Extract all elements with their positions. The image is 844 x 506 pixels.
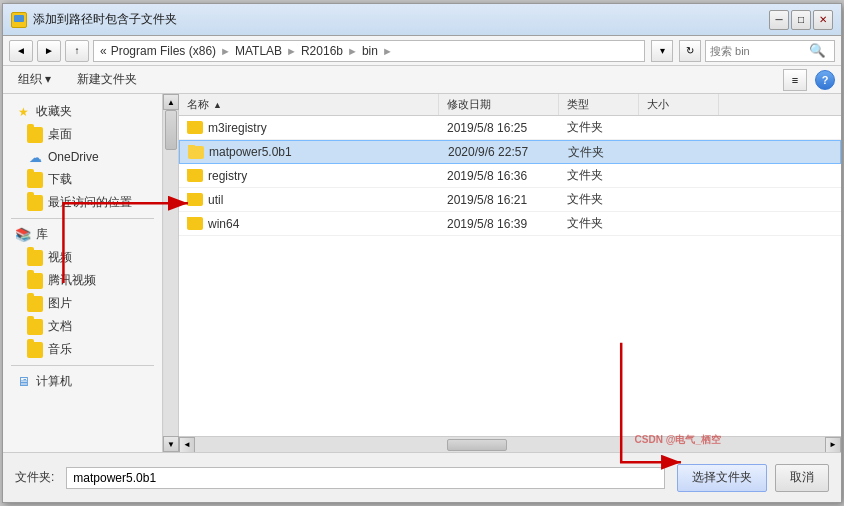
search-box: 🔍	[705, 40, 835, 62]
sidebar-item-downloads[interactable]: 下载	[3, 168, 162, 191]
horizontal-scrollbar[interactable]: ◄ ►	[179, 436, 841, 452]
sidebar-item-tengxun[interactable]: 腾讯视频	[3, 269, 162, 292]
folder-icon	[27, 195, 43, 211]
title-bar: 添加到路径时包含子文件夹 ─ □ ✕	[3, 4, 841, 36]
computer-section: 🖥 计算机	[3, 370, 162, 393]
search-button[interactable]: 🔍	[806, 40, 828, 62]
folder-icon	[187, 169, 203, 182]
sidebar-item-computer[interactable]: 🖥 计算机	[3, 370, 162, 393]
back-button[interactable]: ◄	[9, 40, 33, 62]
folder-icon	[27, 342, 43, 358]
toolbar: 组织 ▾ 新建文件夹 ≡ ?	[3, 66, 841, 94]
watermark: CSDN @电气_栖空	[635, 433, 721, 447]
favorites-section: ★ 收藏夹 桌面 ☁ OneDrive 下载 最近访问的位置	[3, 100, 162, 214]
file-list: m3iregistry 2019/5/8 16:25 文件夹 matpower5…	[179, 116, 841, 436]
main-area: ★ 收藏夹 桌面 ☁ OneDrive 下载 最近访问的位置	[3, 94, 841, 452]
folder-input[interactable]	[66, 467, 665, 489]
sidebar-item-favorites[interactable]: ★ 收藏夹	[3, 100, 162, 123]
sidebar-item-desktop[interactable]: 桌面	[3, 123, 162, 146]
maximize-button[interactable]: □	[791, 10, 811, 30]
minimize-button[interactable]: ─	[769, 10, 789, 30]
select-folder-button[interactable]: 选择文件夹	[677, 464, 767, 492]
sidebar-item-music[interactable]: 音乐	[3, 338, 162, 361]
folder-label: 文件夹:	[15, 469, 54, 486]
up-button[interactable]: ↑	[65, 40, 89, 62]
table-row[interactable]: registry 2019/5/8 16:36 文件夹	[179, 164, 841, 188]
hscroll-track	[195, 437, 825, 453]
window-icon	[11, 12, 27, 28]
scroll-up-button[interactable]: ▲	[163, 94, 179, 110]
folder-icon	[27, 273, 43, 289]
close-button[interactable]: ✕	[813, 10, 833, 30]
refresh-button[interactable]: ↻	[679, 40, 701, 62]
forward-button[interactable]: ►	[37, 40, 61, 62]
new-folder-button[interactable]: 新建文件夹	[68, 69, 146, 91]
scroll-track	[164, 110, 178, 436]
file-list-container: 名称 ▲ 修改日期 类型 大小 m3ire	[179, 94, 841, 452]
col-header-name[interactable]: 名称 ▲	[179, 94, 439, 115]
cloud-icon: ☁	[27, 149, 43, 165]
sidebar-item-documents[interactable]: 文档	[3, 315, 162, 338]
folder-icon	[27, 296, 43, 312]
folder-icon	[187, 217, 203, 230]
hscroll-thumb[interactable]	[447, 439, 507, 451]
hscroll-right-button[interactable]: ►	[825, 437, 841, 453]
table-row[interactable]: util 2019/5/8 16:21 文件夹	[179, 188, 841, 212]
bottom-bar: 文件夹: 选择文件夹 取消	[3, 452, 841, 502]
organize-button[interactable]: 组织 ▾	[9, 69, 60, 91]
sidebar-item-onedrive[interactable]: ☁ OneDrive	[3, 146, 162, 168]
view-button[interactable]: ≡	[783, 69, 807, 91]
folder-icon	[27, 127, 43, 143]
window-title: 添加到路径时包含子文件夹	[33, 11, 177, 28]
sidebar-item-video[interactable]: 视频	[3, 246, 162, 269]
table-row[interactable]: matpower5.0b1 2020/9/6 22:57 文件夹	[179, 140, 841, 164]
library-section: 📚 库 视频 腾讯视频 图片 文档	[3, 223, 162, 361]
folder-icon	[27, 319, 43, 335]
help-button[interactable]: ?	[815, 70, 835, 90]
cancel-button[interactable]: 取消	[775, 464, 829, 492]
col-header-type[interactable]: 类型	[559, 94, 639, 115]
sidebar-scrollbar[interactable]: ▲ ▼	[163, 94, 179, 452]
scroll-down-button[interactable]: ▼	[163, 436, 179, 452]
breadcrumb[interactable]: « Program Files (x86) ► MATLAB ► R2016b …	[93, 40, 645, 62]
col-header-date[interactable]: 修改日期	[439, 94, 559, 115]
folder-icon	[27, 172, 43, 188]
table-row[interactable]: m3iregistry 2019/5/8 16:25 文件夹	[179, 116, 841, 140]
address-bar: ◄ ► ↑ « Program Files (x86) ► MATLAB ► R…	[3, 36, 841, 66]
folder-icon	[187, 121, 203, 134]
folder-icon	[188, 146, 204, 159]
sidebar-item-library[interactable]: 📚 库	[3, 223, 162, 246]
sidebar-item-recent[interactable]: 最近访问的位置	[3, 191, 162, 214]
breadcrumb-dropdown[interactable]: ▾	[651, 40, 673, 62]
file-list-header: 名称 ▲ 修改日期 类型 大小	[179, 94, 841, 116]
folder-icon	[187, 193, 203, 206]
search-input[interactable]	[706, 45, 806, 57]
hscroll-left-button[interactable]: ◄	[179, 437, 195, 453]
sidebar-item-pictures[interactable]: 图片	[3, 292, 162, 315]
sidebar: ★ 收藏夹 桌面 ☁ OneDrive 下载 最近访问的位置	[3, 94, 163, 452]
col-header-size[interactable]: 大小	[639, 94, 719, 115]
scroll-thumb[interactable]	[165, 110, 177, 150]
table-row[interactable]: win64 2019/5/8 16:39 文件夹	[179, 212, 841, 236]
folder-icon	[27, 250, 43, 266]
bottom-buttons: 选择文件夹 取消	[677, 464, 829, 492]
